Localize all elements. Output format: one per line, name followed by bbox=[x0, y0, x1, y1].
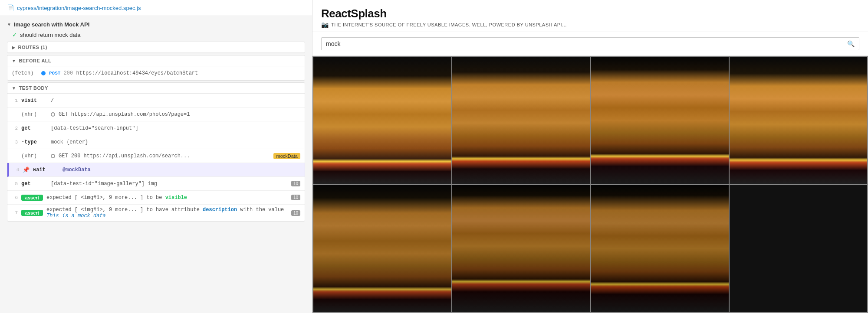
cmd-get-row-1[interactable]: 2 get [data-testid="search-input"] bbox=[7, 121, 305, 135]
xhr-cmd-2: (xhr) bbox=[21, 153, 47, 159]
xhr-search-row[interactable]: (xhr) GET 200 https://api.unsplash.com/s… bbox=[7, 149, 305, 163]
pin-icon: 📌 bbox=[23, 166, 30, 173]
cmd-assert-row-2[interactable]: 7 assert expected [ <img#1>, 9 more... ]… bbox=[7, 205, 305, 221]
visit-detail: / bbox=[51, 98, 300, 104]
before-all-label: BEFORE ALL bbox=[19, 58, 51, 63]
search-icon[interactable]: 🔍 bbox=[847, 40, 855, 47]
before-all-fetch-row[interactable]: (fetch) POST 200 https://localhost:49434… bbox=[7, 66, 305, 80]
pancake-image-4 bbox=[730, 57, 868, 184]
image-cell-6 bbox=[452, 185, 590, 313]
cmd-visit-row[interactable]: 1 visit / bbox=[7, 94, 305, 108]
badge-10-2: 10 bbox=[291, 195, 300, 200]
routes-label: ROUTES (1) bbox=[18, 45, 47, 50]
dot-blue-icon bbox=[41, 71, 46, 75]
image-grid bbox=[312, 56, 868, 313]
line-6: 6 bbox=[12, 195, 18, 200]
file-header: 📄 cypress/integration/image-search-mocke… bbox=[0, 0, 312, 16]
before-all-body: (fetch) POST 200 https://localhost:49434… bbox=[7, 66, 305, 80]
get-detail-2: [data-test-id="image-gallery"] img bbox=[51, 181, 288, 187]
test-row[interactable]: ✓ should return mock data bbox=[0, 29, 312, 40]
image-cell-5 bbox=[313, 185, 451, 313]
pancake-image-1 bbox=[313, 57, 451, 184]
line-2: 2 bbox=[12, 126, 18, 131]
pancake-image-2 bbox=[452, 57, 590, 184]
line-7: 7 bbox=[12, 210, 18, 215]
line-5: 5 bbox=[12, 181, 18, 186]
pancake-image-3 bbox=[591, 57, 729, 184]
test-body-chevron: ▼ bbox=[12, 86, 16, 91]
image-cell-2 bbox=[452, 57, 590, 184]
pancake-image-7 bbox=[591, 185, 729, 313]
test-runner-panel: 📄 cypress/integration/image-search-mocke… bbox=[0, 0, 312, 313]
xhr-detail-1: GET https://api.unsplash.com/photos?page… bbox=[59, 111, 300, 117]
before-all-chevron: ▼ bbox=[12, 59, 16, 63]
get-detail-1: [data-testid="search-input"] bbox=[51, 125, 300, 131]
xhr-cmd-1: (xhr) bbox=[21, 111, 47, 117]
assert-badge-2: assert bbox=[21, 210, 43, 216]
badge-10-1: 10 bbox=[291, 181, 300, 186]
assert-text-2: expected [ <img#1>, 9 more... ] to have … bbox=[46, 207, 288, 219]
app-title: ReactSplash bbox=[321, 7, 859, 20]
app-subtitle: 📷 THE INTERNET'S SOURCE OF FREELY USABLE… bbox=[321, 21, 859, 28]
wait-cmd: wait bbox=[33, 167, 59, 173]
fetch-cmd-name: (fetch) bbox=[12, 70, 38, 76]
before-all-section: ▼ BEFORE ALL (fetch) POST 200 https://lo… bbox=[7, 55, 305, 81]
test-body-section: ▼ TEST BODY 1 visit / (xhr) GET https://… bbox=[7, 82, 305, 222]
visit-cmd: visit bbox=[21, 98, 47, 104]
app-subtitle-text: THE INTERNET'S SOURCE OF FREELY USABLE I… bbox=[331, 22, 567, 27]
file-icon: 📄 bbox=[7, 4, 14, 11]
check-icon: ✓ bbox=[12, 31, 17, 38]
fetch-cmd-detail: POST 200 https://localhost:49434/eyes/ba… bbox=[49, 70, 300, 76]
search-bar-wrapper: 🔍 bbox=[312, 32, 868, 56]
dot-gray-icon-1 bbox=[51, 112, 55, 117]
image-cell-3 bbox=[591, 57, 729, 184]
get-cmd-1: get bbox=[21, 125, 47, 131]
cmd-get-row-2[interactable]: 5 get [data-test-id="image-gallery"] img… bbox=[7, 177, 305, 191]
routes-header[interactable]: ▶ ROUTES (1) bbox=[7, 42, 305, 53]
pancake-image-5 bbox=[313, 185, 451, 313]
chevron-right-icon: ▶ bbox=[12, 45, 16, 50]
type-cmd: -type bbox=[21, 139, 47, 145]
app-panel: ReactSplash 📷 THE INTERNET'S SOURCE OF F… bbox=[312, 0, 868, 313]
badge-10-3: 10 bbox=[291, 210, 300, 216]
image-cell-4 bbox=[730, 57, 868, 184]
line-1: 1 bbox=[12, 98, 18, 103]
search-input[interactable] bbox=[326, 40, 847, 47]
image-cell-1 bbox=[313, 57, 451, 184]
camera-icon: 📷 bbox=[321, 21, 329, 28]
dot-gray-open-icon bbox=[51, 154, 55, 158]
xhr-photos-row[interactable]: (xhr) GET https://api.unsplash.com/photo… bbox=[7, 108, 305, 121]
cmd-type-row[interactable]: 3 -type mock {enter} bbox=[7, 135, 305, 149]
mock-data-badge: mockData bbox=[273, 153, 300, 159]
assert-badge-1: assert bbox=[21, 195, 43, 201]
search-bar: 🔍 bbox=[321, 37, 859, 50]
type-detail: mock {enter} bbox=[51, 139, 300, 145]
image-cell-7 bbox=[591, 185, 729, 313]
xhr-detail-2: GET 200 https://api.unsplash.com/search.… bbox=[59, 153, 270, 159]
suite-label: Image search with Mock API bbox=[14, 21, 89, 28]
line-3: 3 bbox=[12, 140, 18, 145]
routes-section: ▶ ROUTES (1) bbox=[7, 42, 305, 53]
pancake-image-6 bbox=[452, 185, 590, 313]
image-cell-8 bbox=[730, 185, 868, 313]
test-body-label: TEST BODY bbox=[19, 85, 48, 91]
cmd-assert-row-1[interactable]: 6 assert expected [ <img#1>, 9 more... ]… bbox=[7, 191, 305, 205]
test-label: should return mock data bbox=[20, 32, 80, 38]
assert-text-1: expected [ <img#1>, 9 more... ] to be vi… bbox=[46, 195, 288, 201]
get-cmd-2: get bbox=[21, 181, 47, 187]
suite-row[interactable]: ▼ Image search with Mock API bbox=[0, 20, 312, 29]
chevron-down-icon: ▼ bbox=[7, 22, 11, 27]
test-body-header[interactable]: ▼ TEST BODY bbox=[7, 83, 305, 94]
cmd-wait-row[interactable]: 4 📌 wait @mockData bbox=[7, 163, 305, 177]
suite-container: ▼ Image search with Mock API ✓ should re… bbox=[0, 16, 312, 227]
wait-detail: @mockData bbox=[62, 167, 300, 173]
app-header: ReactSplash 📷 THE INTERNET'S SOURCE OF F… bbox=[312, 0, 868, 32]
file-path[interactable]: cypress/integration/image-search-mocked.… bbox=[17, 5, 141, 11]
before-all-header[interactable]: ▼ BEFORE ALL bbox=[7, 55, 305, 66]
line-4: 4 bbox=[13, 167, 19, 173]
